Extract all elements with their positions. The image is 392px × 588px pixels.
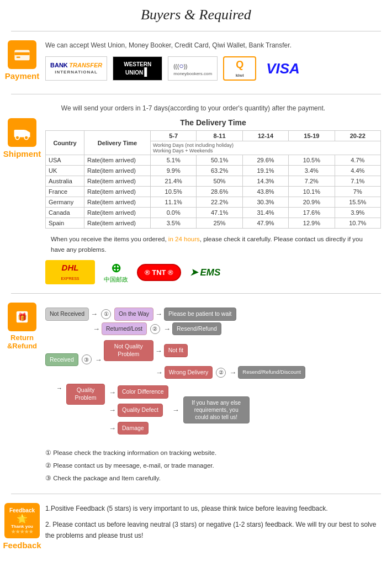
country-cell: Spain	[46, 218, 84, 229]
logo-visa: VISA	[262, 56, 304, 81]
c3-cell: 19.1%	[242, 166, 288, 176]
china-post-logo: ⊕ 中国邮政	[104, 261, 128, 284]
payment-logos: BANK TRANSFERINTERNATIONAL WESTERNUNION▌…	[45, 56, 381, 81]
feedback-section: Feedback 🌟 Thank you ★★★★★ Feedback 1.Po…	[0, 497, 392, 555]
table-row: Canada Rate(item arrived) 0.0% 47.1% 31.…	[46, 208, 381, 218]
c4-cell: 10.1%	[289, 187, 335, 197]
shipment-description: We will send your orders in 1-7 days(acc…	[6, 103, 381, 114]
svg-rect-1	[14, 52, 29, 55]
divider-1	[11, 31, 381, 31]
divider-4	[11, 494, 381, 494]
table-row: Spain Rate(item arrived) 3.5% 25% 47.9% …	[46, 218, 381, 229]
c5-cell: 15.5%	[335, 197, 380, 208]
feedback-text1: 1.Positive Feedback (5 stars) is very im…	[45, 503, 381, 514]
damage-box: Damage	[118, 422, 149, 435]
table-row: Germany Rate(item arrived) 11.1% 22.2% 3…	[46, 197, 381, 208]
table-row: UK Rate(item arrived) 9.9% 63.2% 19.1% 3…	[46, 166, 381, 176]
c2-cell: 50%	[197, 176, 242, 187]
type-cell: Rate(item arrived)	[84, 155, 151, 166]
type-cell: Rate(item arrived)	[84, 197, 151, 208]
return-icon: 🎁	[8, 303, 36, 331]
returned-box: Returned/Lost	[102, 322, 147, 336]
if-else-box: If you have any else requirements, you c…	[183, 396, 250, 423]
shipment-label: Shipment	[3, 149, 41, 158]
color-diff-box: Color Difference	[118, 385, 168, 399]
type-cell: Rate(item arrived)	[84, 187, 151, 197]
tnt-logo: ® TNT ®	[137, 264, 181, 281]
logo-qiwi: Qkiwi	[223, 56, 256, 81]
patient-box: Please be patient to wait	[164, 308, 236, 321]
c1-cell: 0.0%	[151, 208, 197, 218]
logo-bank-transfer: BANK TRANSFERINTERNATIONAL	[45, 56, 107, 81]
payment-section: Payment We can accept West Union, Money …	[0, 35, 392, 91]
note3: ③ Check the package and Item carefully.	[45, 472, 381, 485]
c1-cell: 3.5%	[151, 218, 197, 229]
feedback-icon: Feedback 🌟 Thank you ★★★★★	[4, 503, 40, 538]
c5-cell: 4.7%	[335, 155, 380, 166]
logo-moneybookers: (((○))moneybookers.com	[168, 56, 218, 81]
logo-western-union: WESTERNUNION▌	[113, 56, 162, 81]
c2-cell: 47.1%	[197, 208, 242, 218]
country-cell: Australia	[46, 176, 84, 187]
country-cell: UK	[46, 166, 84, 176]
c4-cell: 20.9%	[289, 197, 335, 208]
c4-cell: 12.9%	[289, 218, 335, 229]
payment-description: We can accept West Union, Money Booker, …	[45, 40, 381, 51]
c5-cell: 3.9%	[335, 208, 380, 218]
c1-cell: 5.1%	[151, 155, 197, 166]
c4-cell: 7.2%	[289, 176, 335, 187]
c1-cell: 10.5%	[151, 187, 197, 197]
divider-2	[11, 94, 381, 94]
quality-box: Quality Problem	[66, 384, 105, 404]
dhl-logo: DHLEXPRESS	[45, 260, 95, 284]
svg-text:🎁: 🎁	[18, 312, 27, 322]
c3-cell: 43.8%	[242, 187, 288, 197]
type-cell: Rate(item arrived)	[84, 208, 151, 218]
c1-cell: 9.9%	[151, 166, 197, 176]
c2-cell: 22.2%	[197, 197, 242, 208]
c4-cell: 3.4%	[289, 166, 335, 176]
note2: ② Please contact us by meesage, e-mail, …	[45, 459, 381, 472]
divider-3	[11, 293, 381, 294]
shipment-icon	[8, 118, 36, 147]
table-row: USA Rate(item arrived) 5.1% 50.1% 29.6% …	[46, 155, 381, 166]
c1-cell: 21.4%	[151, 176, 197, 187]
feedback-label: Feedback	[3, 541, 41, 550]
type-cell: Rate(item arrived)	[84, 166, 151, 176]
feedback-content: 1.Positive Feedback (5 stars) is very im…	[45, 503, 381, 541]
resend-disc-box: Resend/Refund/Discount	[238, 366, 305, 378]
c3-cell: 14.3%	[242, 176, 288, 187]
return-refund-section: 🎁 Return &Refund Not Received → ① On the…	[0, 297, 392, 490]
carrier-logos: DHLEXPRESS ⊕ 中国邮政 ® TNT ® ➤ EMS	[45, 260, 381, 284]
delivery-table: Country Delivery Time 5-7 8-11 12-14 15-…	[45, 130, 381, 229]
table-row: France Rate(item arrived) 10.5% 28.6% 43…	[46, 187, 381, 197]
svg-rect-2	[17, 56, 20, 58]
not-fit-box: Not fit	[164, 344, 188, 357]
page-title: Buyers & Required	[0, 0, 392, 28]
c2-cell: 28.6%	[197, 187, 242, 197]
on-way-box: On the Way	[114, 308, 153, 321]
c5-cell: 10.7%	[335, 218, 380, 229]
payment-label: Payment	[5, 71, 40, 81]
svg-point-5	[15, 136, 19, 140]
ems-logo: ➤ EMS	[190, 267, 221, 278]
type-cell: Rate(item arrived)	[84, 176, 151, 187]
c2-cell: 50.1%	[197, 155, 242, 166]
c3-cell: 31.4%	[242, 208, 288, 218]
country-cell: France	[46, 187, 84, 197]
quality-def-box: Quality Defect	[118, 404, 163, 417]
svg-point-6	[24, 136, 28, 140]
feedback-text2: 2. Please contact us before leaving neut…	[45, 519, 381, 542]
c4-cell: 10.5%	[289, 155, 335, 166]
c5-cell: 7.1%	[335, 176, 380, 187]
return-notes: ① Please check the tracking information …	[45, 447, 381, 485]
not-received-box: Not Received	[45, 308, 89, 321]
country-cell: Germany	[46, 197, 84, 208]
shipment-section: We will send your orders in 1-7 days(acc…	[0, 98, 392, 290]
c2-cell: 63.2%	[197, 166, 242, 176]
resend-box: Resend/Refund	[172, 322, 221, 336]
flowchart: Not Received → ① On the Way → Please be …	[45, 303, 381, 441]
country-cell: USA	[46, 155, 84, 166]
c5-cell: 4.4%	[335, 166, 380, 176]
c3-cell: 47.9%	[242, 218, 288, 229]
